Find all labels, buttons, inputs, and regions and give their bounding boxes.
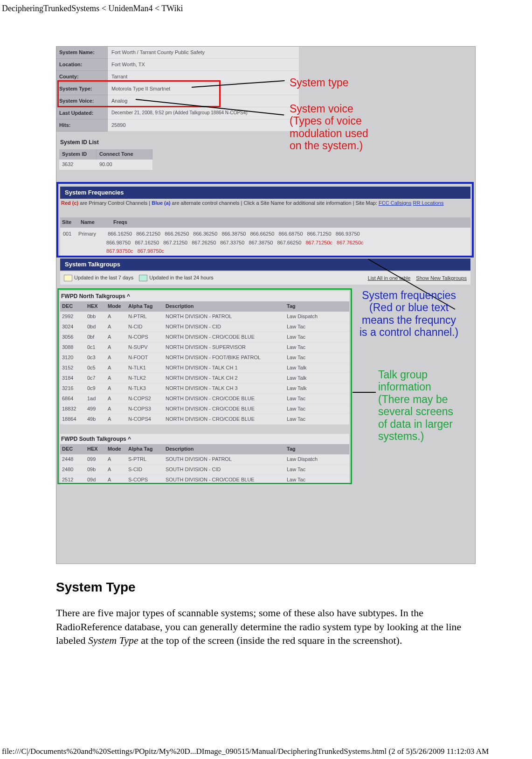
info-row-system-voice: System Voice: Analog (56, 95, 299, 107)
table-row: 30880c1AN-SUPVNORTH DIVISION - SUPERVISO… (60, 342, 349, 353)
freq-val: 867.16250 (135, 238, 159, 247)
tg-cell-cat: Law Dispatch (285, 454, 341, 464)
tg-cell-hex: 499 (85, 404, 106, 414)
freq-val: 867.66250 (277, 238, 301, 247)
tg-cell-hex: 0bd (85, 322, 106, 332)
freq-sitename[interactable]: Primary (78, 230, 106, 238)
tg-cell-tag: N-COPS (126, 332, 164, 342)
tg-cell-cat: Law Tac (285, 475, 341, 485)
freq-row1: 866.16250 866.21250 866.26250 866.36250 … (108, 231, 363, 237)
info-label: System Type: (56, 83, 108, 95)
tg-cell-cat: Law Tac (285, 414, 341, 424)
tg-cell-desc: SOUTH DIVISION - CID (164, 465, 285, 474)
tg-cell-desc: SOUTH DIVISION - CRO/CODE BLUE (164, 475, 285, 485)
tg-cell-dec: 18832 (60, 404, 85, 414)
freq-val: 866.16250 (108, 230, 132, 238)
tg-north-title[interactable]: FWPD North Talkgroups ^ (60, 291, 349, 301)
tg-north-block: FWPD North Talkgroups ^ DEC HEX Mode Alp… (60, 291, 349, 425)
section-system-frequencies: System Frequencies (60, 187, 470, 199)
tg-cell-hex: 099 (85, 454, 106, 464)
legend-link-listall[interactable]: List All in one table (368, 275, 411, 281)
tg-cell-mode: A (106, 373, 126, 383)
annotation-system-voice: System voice (Types of voice modulation … (290, 103, 368, 152)
info-row-system-name: System Name: Fort Worth / Tarrant County… (56, 47, 299, 59)
system-info-table: System Name: Fort Worth / Tarrant County… (56, 47, 299, 132)
tg-south-title[interactable]: FWPD South Talkgroups ^ (60, 434, 349, 444)
legend-link-shownew[interactable]: Show New Talkgroups (416, 275, 467, 281)
tg-cell-dec: 2480 (60, 465, 85, 474)
legend-24h: Updated in the last 24 hours (139, 275, 214, 281)
freq-note-link-rr[interactable]: RR Locations (413, 200, 443, 206)
tg-cell-cat: Law Talk (285, 383, 341, 393)
tg-cell-cat: Law Tac (285, 465, 341, 474)
legend-text: Updated in the last 7 days (74, 275, 133, 280)
swatch-teal-icon (139, 275, 147, 281)
tg-cell-desc: NORTH DIVISION - CRO/CODE BLUE (164, 332, 285, 342)
freq-val: 866.36250 (193, 230, 217, 238)
info-row-location: Location: Fort Worth, TX (56, 59, 299, 71)
table-row: 29920bbAN-PTRLNORTH DIVISION - PATROLLaw… (60, 312, 349, 322)
sysid-hdr-id: System ID (59, 149, 97, 160)
heading-system-type: System Type (56, 580, 481, 595)
tg-cell-cat: Law Tac (285, 404, 341, 414)
annotation-line (352, 392, 376, 393)
tg-hdr-tag: Alpha Tag (126, 444, 164, 454)
tg-cell-dec: 3024 (60, 322, 85, 332)
sysid-val-id: 3632 (59, 160, 97, 170)
freq-val: 867.26250 (192, 238, 216, 247)
tg-cell-desc: NORTH DIVISION - CRO/CODE BLUE (164, 414, 285, 424)
info-value: Fort Worth / Tarrant County Public Safet… (108, 47, 299, 59)
tg-cell-mode: A (106, 322, 126, 332)
table-row: 31520c5AN-TLK1NORTH DIVISION - TALK CH 1… (60, 363, 349, 373)
table-row: 32160c9AN-TLK3NORTH DIVISION - TALK CH 3… (60, 383, 349, 394)
freq-hdr-name: Name (79, 217, 111, 228)
tg-cell-cat: Law Tac (285, 353, 341, 362)
system-id-list-title: System ID List (60, 139, 99, 146)
tg-cell-hex: 0bf (85, 332, 106, 342)
info-label: Location: (56, 59, 108, 71)
tg-cell-tag: N-TLK2 (126, 373, 164, 383)
sysid-val-ct: 90.00 (97, 160, 152, 170)
freq-note-link-fcc[interactable]: FCC Callsigns (379, 200, 411, 206)
table-row: 31200c3AN-FOOTNORTH DIVISION - FOOT/BIKE… (60, 353, 349, 363)
freq-val: 866.66250 (250, 230, 274, 238)
talkgroup-legend: Updated in the last 7 days Updated in th… (60, 272, 470, 285)
tg-cell-dec: 6864 (60, 394, 85, 404)
system-id-table: System ID Connect Tone 3632 90.00 (59, 149, 152, 170)
table-row: 31840c7AN-TLK2NORTH DIVISION - TALK CH 2… (60, 373, 349, 383)
tg-cell-desc: NORTH DIVISION - TALK CH 1 (164, 363, 285, 373)
tg-hdr-desc: Description (164, 301, 285, 312)
tg-cell-hex: 09b (85, 465, 106, 474)
freq-val-control: 867.71250c (306, 238, 333, 247)
tg-hdr-dec: DEC (60, 301, 85, 312)
tg-hdr-cat: Tag (285, 301, 341, 312)
tg-cell-mode: A (106, 363, 126, 373)
freq-val-control: 867.76250c (337, 238, 364, 247)
tg-cell-tag: N-FOOT (126, 353, 164, 362)
freq-table-header: Site Name Freqs (60, 217, 470, 228)
tg-hdr-desc: Description (164, 444, 285, 454)
tg-cell-desc: NORTH DIVISION - TALK CH 2 (164, 373, 285, 383)
tg-cell-mode: A (106, 414, 126, 424)
freq-val-control: 867.98750c (138, 247, 165, 256)
tg-cell-dec: 2512 (60, 475, 85, 485)
tg-cell-dec: 3120 (60, 353, 85, 362)
freq-val: 866.98750 (106, 238, 131, 247)
freq-note: Red (c) are Primary Control Channels | B… (61, 200, 467, 207)
tg-cell-dec: 2992 (60, 312, 85, 321)
tg-cell-hex: 49b (85, 414, 106, 424)
tg-hdr-mode: Mode (106, 444, 126, 454)
freq-val: 866.38750 (221, 230, 246, 238)
tg-cell-mode: A (106, 465, 126, 474)
tg-cell-cat: Law Tac (285, 394, 341, 404)
table-row: 1886449bAN-COPS4NORTH DIVISION - CRO/COD… (60, 414, 349, 425)
tg-cell-tag: S-PTRL (126, 454, 164, 464)
info-value: Tarrant (108, 71, 299, 83)
info-row-hits: Hits: 25890 (56, 119, 299, 132)
tg-cell-desc: NORTH DIVISION - SUPERVISOR (164, 342, 285, 352)
annotation-system-freq: System frequencies (Red or blue text mea… (359, 289, 458, 339)
tg-hdr-mode: Mode (106, 301, 126, 312)
tg-cell-desc: NORTH DIVISION - FOOT/BIKE PATROL (164, 353, 285, 362)
tg-cell-tag: N-COPS3 (126, 404, 164, 414)
tg-cell-desc: NORTH DIVISION - PATROL (164, 312, 285, 321)
